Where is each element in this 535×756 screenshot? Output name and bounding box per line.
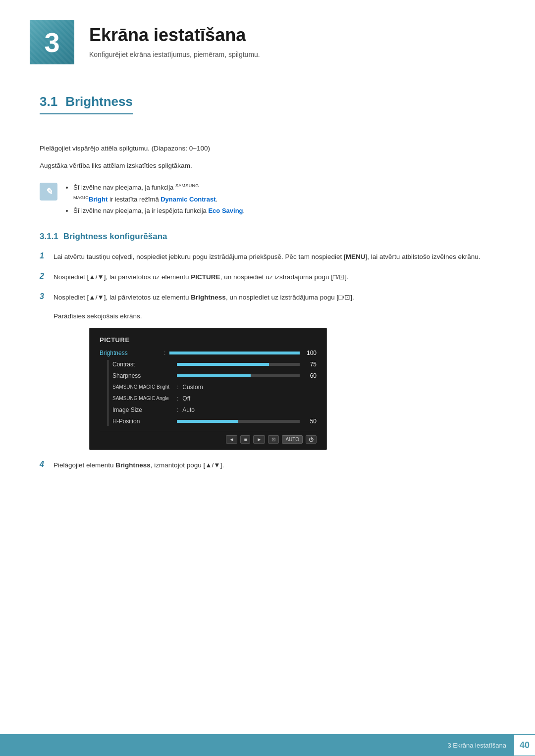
osd-bar-bg-contrast <box>177 363 300 366</box>
step-2-picture-label: PICTURE <box>191 273 220 281</box>
step-4-number: 4 <box>40 460 54 469</box>
note-icon-symbol: ✎ <box>45 186 53 197</box>
note-content: Šī izvēlne nav pieejama, ja funkcija SAM… <box>65 182 245 217</box>
note-item-1: Šī izvēlne nav pieejama, ja funkcija SAM… <box>73 182 245 205</box>
osd-label-contrast: Contrast <box>112 361 177 368</box>
osd-btn-auto: AUTO <box>282 435 303 444</box>
osd-title: PICTURE <box>100 336 317 344</box>
step-3-number: 3 <box>40 292 54 301</box>
note-1-suffix: . <box>215 196 217 203</box>
osd-bar-brightness: 100 <box>169 350 317 356</box>
osd-bar-fill-hposition <box>177 420 238 423</box>
footer-page-number: 40 <box>514 735 535 756</box>
osd-sep-1: : <box>164 350 165 356</box>
osd-row-brightness: Brightness : 100 <box>100 349 317 357</box>
osd-value-magic-angle: Off <box>182 395 190 402</box>
step-1-number: 1 <box>40 252 54 260</box>
body-text-1: Pielāgojiet vispārējo attēla spilgtumu. … <box>40 143 495 154</box>
osd-btn-power: ⏻ <box>306 435 317 444</box>
osd-sep-3: : <box>177 395 178 402</box>
osd-sep-4: : <box>177 406 178 413</box>
osd-label-brightness: Brightness <box>100 350 164 356</box>
appears-text: Parādīsies sekojošais ekrāns. <box>54 312 495 320</box>
step-2-btn-symbol: □/⊡ <box>333 273 345 281</box>
osd-btn-right: ► <box>253 435 265 444</box>
osd-bottom-bar: ◄ ■ ► ⊡ AUTO ⏻ <box>100 431 317 444</box>
note-1-mid: ir iestatīta režīmā <box>107 196 160 203</box>
osd-label-sharpness: Sharpness <box>112 372 177 379</box>
osd-label-magic-angle: SAMSUNG MAGIC Angle <box>112 396 177 401</box>
header-text-area: Ekrāna iestatīšana Konfigurējiet ekrāna … <box>89 20 260 58</box>
osd-value-brightness: 100 <box>304 350 317 356</box>
step-2-number: 2 <box>40 272 54 281</box>
osd-btn-left: ◄ <box>226 435 238 444</box>
osd-screenshot: PICTURE Brightness : 100 Contrast 75 <box>89 328 327 450</box>
note-2-suffix: . <box>243 207 245 214</box>
osd-value-magic-bright: Custom <box>182 384 203 391</box>
osd-btn-stop: ■ <box>240 435 250 444</box>
step-3-brightness-label: Brightness <box>191 294 226 301</box>
step-4: 4 Pielāgojiet elementu Brightness, izman… <box>40 460 495 471</box>
osd-row-magic-angle: SAMSUNG MAGIC Angle : Off <box>112 394 317 403</box>
osd-bar-bg-sharpness <box>177 374 300 377</box>
osd-row-image-size: Image Size : Auto <box>112 405 317 414</box>
osd-bar-fill-sharpness <box>177 374 251 377</box>
step-3: 3 Nospiediet [▲/▼], lai pārvietotos uz e… <box>40 292 495 303</box>
main-content: 3.1Brightness Pielāgojiet vispārējo attē… <box>0 74 535 519</box>
page-footer: 3 Ekrāna iestatīšana 40 <box>0 734 535 756</box>
subsection-3-1-1-number: 3.1.1 <box>40 232 58 241</box>
steps-list: 1 Lai atvērtu taustiņu ceļvedi, nospiedi… <box>40 252 495 303</box>
osd-bar-hposition: 50 <box>177 418 317 425</box>
subsection-3-1-1-title: 3.1.1Brightness konfigurēšana <box>40 232 495 242</box>
chapter-number: 3 <box>44 26 59 58</box>
subsection-3-1-1-label: Brightness konfigurēšana <box>63 232 167 241</box>
note-list: Šī izvēlne nav pieejama, ja funkcija SAM… <box>65 182 245 217</box>
section-3-1-number: 3.1 <box>40 94 57 109</box>
osd-bar-fill-brightness <box>169 352 300 354</box>
osd-row-hposition: H-Position 50 <box>112 417 317 426</box>
note-1-dynamic: Dynamic Contrast <box>160 196 215 203</box>
chapter-title: Ekrāna iestatīšana <box>89 25 260 46</box>
osd-label-hposition: H-Position <box>112 418 177 425</box>
note-1-bright: Bright <box>89 196 107 203</box>
step-2: 2 Nospiediet [▲/▼], lai pārvietotos uz e… <box>40 272 495 283</box>
page-header: 3 Ekrāna iestatīšana Konfigurējiet ekrān… <box>0 0 535 74</box>
osd-row-sharpness: Sharpness 60 <box>112 371 317 380</box>
chapter-subtitle: Konfigurējiet ekrāna iestatījumus, piemē… <box>89 50 260 58</box>
section-3-1-header: 3.1Brightness <box>40 94 495 129</box>
step-4-brightness-label: Brightness <box>115 461 151 469</box>
osd-row-contrast: Contrast 75 <box>112 360 317 369</box>
osd-bar-bg-hposition <box>177 420 300 423</box>
step-3-text: Nospiediet [▲/▼], lai pārvietotos uz ele… <box>54 292 354 303</box>
osd-indent-group: Contrast 75 Sharpness 60 <box>107 360 317 426</box>
osd-value-image-size: Auto <box>182 406 195 413</box>
step-1-text: Lai atvērtu taustiņu ceļvedi, nospiediet… <box>54 252 480 263</box>
section-3-1-title: 3.1Brightness <box>40 94 133 114</box>
note-box: ✎ Šī izvēlne nav pieejama, ja funkcija S… <box>40 182 495 217</box>
step-1: 1 Lai atvērtu taustiņu ceļvedi, nospiedi… <box>40 252 495 263</box>
osd-bar-contrast: 75 <box>177 361 317 368</box>
osd-bar-bg-brightness <box>169 352 300 354</box>
note-item-2: Šī izvēlne nav pieejama, ja ir iespējota… <box>73 205 245 216</box>
osd-value-contrast: 75 <box>304 361 317 368</box>
step-4-text: Pielāgojiet elementu Brightness, izmanto… <box>54 460 224 471</box>
step-3-btn-symbol: □/⊡ <box>338 294 350 301</box>
note-1-prefix: Šī izvēlne nav pieejama, ja funkcija <box>73 184 175 191</box>
note-2-eco: Eco Saving <box>208 207 243 214</box>
osd-value-hposition: 50 <box>304 418 317 425</box>
osd-sep-2: : <box>177 384 178 391</box>
osd-label-magic-bright: SAMSUNG MAGIC Bright <box>112 384 177 390</box>
step-1-key-menu: MENU <box>346 253 366 260</box>
osd-value-sharpness: 60 <box>304 372 317 379</box>
osd-btn-enter: ⊡ <box>268 435 279 444</box>
step-2-text: Nospiediet [▲/▼], lai pārvietotos uz ele… <box>54 272 348 283</box>
osd-bar-fill-contrast <box>177 363 269 366</box>
chapter-number-box: 3 <box>30 20 74 64</box>
osd-bar-sharpness: 60 <box>177 372 317 379</box>
osd-label-image-size: Image Size <box>112 406 177 413</box>
osd-row-magic-bright: SAMSUNG MAGIC Bright : Custom <box>112 383 317 392</box>
body-text-2: Augstāka vērtība liks attēlam izskatītie… <box>40 160 495 172</box>
note-icon: ✎ <box>40 183 57 201</box>
section-3-1-label: Brightness <box>65 94 133 109</box>
note-2-prefix: Šī izvēlne nav pieejama, ja ir iespējota… <box>73 207 208 214</box>
